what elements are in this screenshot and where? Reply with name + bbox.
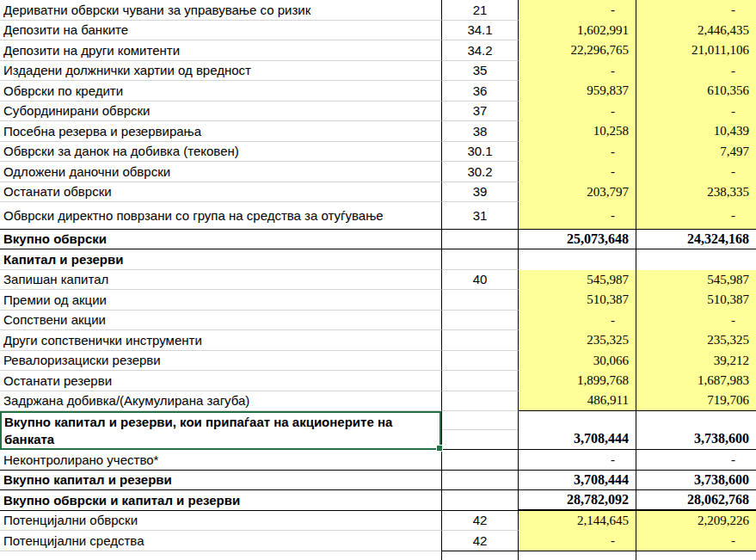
cell-amount-col2[interactable]: 24,324,168 [636, 230, 756, 250]
cell-amount-col2[interactable]: 7,497 [636, 142, 756, 163]
cell-amount-col1[interactable]: 30,066 [519, 351, 636, 372]
cell-amount-col1[interactable]: 1,899,768 [519, 371, 636, 391]
cell-amount-col1[interactable]: - [519, 450, 636, 471]
cell-row-label[interactable]: Вкупно обврски [0, 230, 441, 250]
cell-row-label[interactable]: Обврски директно поврзани со група на ср… [0, 202, 441, 230]
cell-row-label[interactable]: Одложени даночни обврски [0, 162, 441, 182]
cell-amount-col2[interactable]: 545,987 [636, 270, 756, 291]
cell-amount-col1[interactable] [519, 249, 636, 270]
cell-amount-col1[interactable]: - [519, 202, 636, 230]
cell-amount-col1[interactable]: 25,073,648 [519, 230, 636, 250]
cell-note-number[interactable]: 37 [441, 102, 519, 122]
cell-note-number[interactable] [441, 371, 519, 391]
cell-note-number[interactable] [441, 450, 519, 471]
cell-amount-col1[interactable]: 2,144,645 [519, 511, 636, 532]
cell-amount-col2[interactable]: - [636, 0, 756, 21]
cell-amount-col2[interactable]: - [636, 102, 756, 122]
cell-amount-col2[interactable]: - [636, 61, 756, 82]
cell-amount-col2[interactable]: 10,439 [636, 121, 756, 142]
cell-note-number[interactable] [441, 391, 519, 412]
cell-row-label[interactable]: Капитал и резерви [0, 249, 441, 270]
cell-row-label[interactable]: Посебна резерва и резервирања [0, 121, 441, 142]
cell-row-label[interactable]: Ревалоризациски резерви [0, 351, 441, 372]
cell-note-number[interactable]: 38 [441, 121, 519, 142]
cell-row-label[interactable]: Останати резерви [0, 371, 441, 391]
selected-cell[interactable]: Вкупно капитал и резерви, кои припаѓаат … [0, 411, 441, 450]
cell-amount-col1[interactable] [519, 551, 636, 560]
cell-note-number[interactable]: 34.1 [441, 21, 519, 41]
cell-note-number[interactable]: 36 [441, 81, 519, 102]
cell-row-label[interactable]: Задржана добивка/(Акумулирана загуба) [0, 391, 441, 412]
cell-note-number[interactable] [441, 411, 519, 450]
cell-amount-col1[interactable]: 3,708,444 [519, 471, 636, 491]
cell-row-label[interactable]: Останати обврски [0, 182, 441, 203]
cell-note-number[interactable]: 42 [441, 531, 519, 551]
cell-amount-col2[interactable]: 1,687,983 [636, 371, 756, 391]
cell-amount-col2[interactable] [636, 551, 756, 560]
cell-amount-col2[interactable]: 238,335 [636, 182, 756, 203]
cell-note-number[interactable] [441, 490, 519, 511]
cell-row-label[interactable]: Други сопственички инструменти [0, 330, 441, 351]
cell-amount-col1[interactable]: 22,296,765 [519, 40, 636, 61]
cell-note-number[interactable] [441, 351, 519, 372]
cell-amount-col2[interactable]: 3,738,600 [636, 411, 756, 450]
cell-row-label[interactable]: Вкупно обврски и капитал и резерви [0, 490, 441, 511]
cell-note-number[interactable]: 42 [441, 511, 519, 532]
cell-amount-col2[interactable]: 510,387 [636, 290, 756, 311]
cell-row-label[interactable]: Премии од акции [0, 290, 441, 311]
cell-amount-col1[interactable]: - [519, 102, 636, 122]
cell-amount-col1[interactable]: - [519, 0, 636, 21]
cell-note-number[interactable] [441, 249, 519, 270]
cell-amount-col1[interactable]: 959,837 [519, 81, 636, 102]
cell-row-label[interactable]: Обврски за данок на добивка (тековен) [0, 142, 441, 163]
cell-amount-col1[interactable]: - [519, 162, 636, 182]
cell-amount-col2[interactable]: 610,356 [636, 81, 756, 102]
cell-note-number[interactable] [441, 230, 519, 250]
cell-amount-col2[interactable]: - [636, 311, 756, 331]
fill-handle[interactable] [436, 445, 443, 452]
cell-row-label[interactable]: Запишан капитал [0, 270, 441, 291]
cell-note-number[interactable]: 30.2 [441, 162, 519, 182]
cell-amount-col1[interactable]: 1,602,991 [519, 21, 636, 41]
cell-amount-col1[interactable]: - [519, 311, 636, 331]
cell-note-number[interactable]: 31 [441, 202, 519, 230]
cell-amount-col1[interactable]: 545,987 [519, 270, 636, 291]
cell-note-number[interactable]: 39 [441, 182, 519, 203]
cell-row-label[interactable]: Депозити на други комитенти [0, 40, 441, 61]
cell-amount-col1[interactable]: 10,258 [519, 121, 636, 142]
cell-amount-col2[interactable]: - [636, 162, 756, 182]
cell-note-number[interactable] [441, 311, 519, 331]
cell-amount-col2[interactable]: 3,738,600 [636, 471, 756, 491]
cell-amount-col1[interactable]: - [519, 142, 636, 163]
cell-amount-col1[interactable]: 203,797 [519, 182, 636, 203]
cell-amount-col2[interactable]: - [636, 450, 756, 471]
cell-row-label[interactable]: Неконтролирано учество* [0, 450, 441, 471]
cell-note-number[interactable] [441, 471, 519, 491]
cell-amount-col1[interactable]: 486,911 [519, 391, 636, 412]
cell-row-label[interactable]: Издадени должнички хартии од вредност [0, 61, 441, 82]
cell-amount-col1[interactable]: 28,782,092 [519, 490, 636, 511]
cell-amount-col2[interactable]: 2,209,226 [636, 511, 756, 532]
cell-row-label[interactable]: Вкупно капитал и резерви [0, 471, 441, 491]
cell-amount-col2[interactable]: - [636, 531, 756, 551]
cell-amount-col2[interactable]: 2,446,435 [636, 21, 756, 41]
cell-row-label[interactable]: Депозити на банките [0, 21, 441, 41]
cell-note-number[interactable]: 30.1 [441, 142, 519, 163]
cell-row-label[interactable]: Потенцијални средства [0, 531, 441, 551]
cell-note-number[interactable] [441, 290, 519, 311]
cell-amount-col1[interactable]: 3,708,444 [519, 411, 636, 450]
cell-note-number[interactable]: 40 [441, 270, 519, 291]
cell-amount-col2[interactable]: 21,011,106 [636, 40, 756, 61]
cell-row-label[interactable]: Обврски по кредити [0, 81, 441, 102]
cell-row-label[interactable]: Потенцијални обврски [0, 511, 441, 532]
cell-note-number[interactable] [441, 551, 519, 560]
cell-row-label[interactable]: Сопствени акции [0, 311, 441, 331]
cell-note-number[interactable]: 21 [441, 0, 519, 21]
cell-note-number[interactable]: 34.2 [441, 40, 519, 61]
cell-amount-col1[interactable]: 235,325 [519, 330, 636, 351]
cell-amount-col2[interactable]: 39,212 [636, 351, 756, 372]
cell-amount-col2[interactable] [636, 249, 756, 270]
cell-amount-col2[interactable]: - [636, 202, 756, 230]
cell-amount-col2[interactable]: 719,706 [636, 391, 756, 412]
cell-amount-col2[interactable]: 235,325 [636, 330, 756, 351]
